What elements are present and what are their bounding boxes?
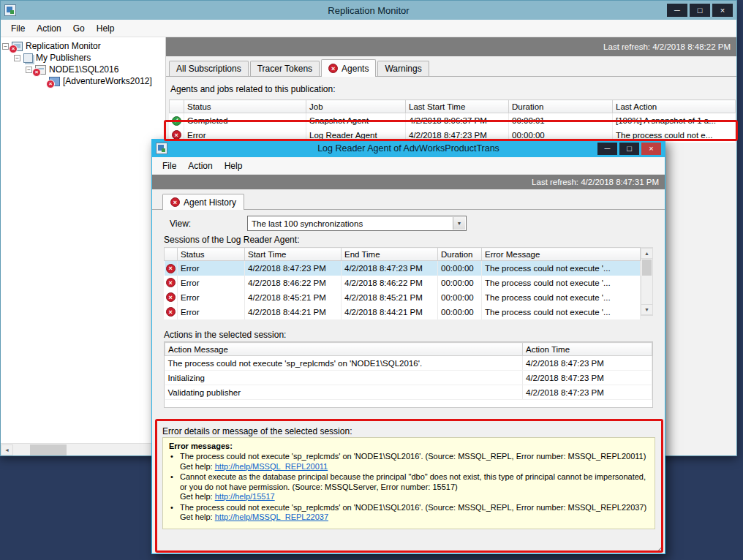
cell-end-time: 4/2/2018 8:44:21 PM bbox=[342, 305, 438, 319]
scrollbar-thumb[interactable] bbox=[642, 260, 652, 276]
actions-label: Actions in the selected session: bbox=[164, 330, 286, 340]
close-icon[interactable]: × bbox=[641, 143, 661, 155]
help-link[interactable]: http://help/15517 bbox=[215, 492, 275, 501]
cell-action-message: The process could not execute 'sp_replcm… bbox=[165, 356, 523, 371]
menu-file[interactable]: File bbox=[156, 158, 182, 174]
session-row[interactable]: × Error 4/2/2018 8:45:21 PM 4/2/2018 8:4… bbox=[165, 290, 641, 305]
session-row[interactable]: × Error 4/2/2018 8:46:22 PM 4/2/2018 8:4… bbox=[165, 276, 641, 290]
main-window-title: Replication Monitor bbox=[328, 5, 409, 16]
resize-grip[interactable] bbox=[654, 542, 663, 552]
agents-col-last-action[interactable]: Last Action bbox=[613, 100, 736, 113]
agents-col-selector[interactable] bbox=[170, 100, 184, 113]
collapse-toggle-icon[interactable]: − bbox=[26, 67, 32, 73]
cell-status: Error bbox=[178, 261, 245, 276]
agent-app-icon bbox=[156, 143, 167, 154]
tree-item-replication-monitor[interactable]: − Replication Monitor bbox=[1, 40, 165, 52]
tree-item-my-publishers[interactable]: − My Publishers bbox=[1, 52, 165, 64]
error-icon: × bbox=[328, 64, 338, 73]
scroll-up-icon[interactable]: ▲ bbox=[641, 248, 653, 259]
menu-action[interactable]: Action bbox=[182, 158, 218, 174]
cell-action-time: 4/2/2018 8:47:23 PM bbox=[523, 385, 652, 400]
get-help-label: Get help: bbox=[180, 492, 213, 501]
maximize-icon[interactable]: □ bbox=[619, 143, 639, 155]
agents-col-duration[interactable]: Duration bbox=[509, 100, 613, 113]
agent-row-snapshot[interactable]: ✓ Completed Snapshot Agent 4/2/2018 8:06… bbox=[170, 113, 736, 128]
error-message-item: • The process could not execute 'sp_repl… bbox=[169, 452, 649, 472]
actions-table-container: Action Message Action Time The process c… bbox=[164, 341, 653, 408]
collapse-toggle-icon[interactable]: − bbox=[14, 55, 20, 61]
sessions-label: Sessions of the Log Reader Agent: bbox=[164, 235, 299, 245]
error-message-text: Cannot execute as the database principal… bbox=[180, 472, 646, 491]
tree-item-adventureworks2012[interactable]: [AdventureWorks2012] bbox=[1, 75, 165, 87]
menu-go[interactable]: Go bbox=[67, 20, 91, 37]
main-menubar: File Action Go Help bbox=[1, 20, 736, 37]
last-refresh-text: Last refresh: 4/2/2018 8:48:22 PM bbox=[603, 42, 731, 51]
view-dropdown-value: The last 100 synchronizations bbox=[252, 219, 363, 228]
minimize-icon[interactable]: ─ bbox=[597, 143, 617, 155]
sessions-col-status[interactable]: Status bbox=[178, 248, 245, 261]
error-message-item: • Cannot execute as the database princip… bbox=[169, 472, 649, 502]
menu-file[interactable]: File bbox=[5, 20, 31, 37]
sessions-col-start-time[interactable]: Start Time bbox=[245, 248, 342, 261]
dialog-titlebar[interactable]: Log Reader Agent of AdvWorksProductTrans… bbox=[152, 140, 665, 157]
tab-label: Agents bbox=[342, 64, 369, 74]
sessions-vertical-scrollbar[interactable]: ▲ ▼ bbox=[641, 247, 653, 316]
tab-warnings[interactable]: Warnings bbox=[377, 61, 429, 76]
scroll-down-icon[interactable]: ▼ bbox=[641, 304, 653, 315]
tree-item-node1-sql2016[interactable]: − NODE1\SQL2016 bbox=[1, 64, 165, 75]
cell-error-message: The process could not execute '... bbox=[482, 290, 641, 305]
status-icon-cell: × bbox=[165, 305, 178, 319]
error-messages-heading: Error messages: bbox=[169, 442, 649, 450]
sessions-col-duration[interactable]: Duration bbox=[438, 248, 482, 261]
action-row[interactable]: Initializing 4/2/2018 8:47:23 PM bbox=[165, 371, 652, 385]
agents-col-job[interactable]: Job bbox=[306, 100, 406, 113]
action-row[interactable]: Validating publisher 4/2/2018 8:47:23 PM bbox=[165, 385, 652, 400]
minimize-icon[interactable]: ─ bbox=[667, 4, 687, 17]
sessions-col-end-time[interactable]: End Time bbox=[342, 248, 438, 261]
agents-col-status[interactable]: Status bbox=[184, 100, 306, 113]
cell-duration: 00:00:00 bbox=[438, 290, 482, 305]
menu-action[interactable]: Action bbox=[31, 20, 67, 37]
tab-agent-history[interactable]: × Agent History bbox=[162, 194, 244, 210]
error-details-panel: Error messages: • The process could not … bbox=[162, 437, 655, 529]
tab-all-subscriptions[interactable]: All Subscriptions bbox=[169, 61, 249, 76]
action-row[interactable]: The process could not execute 'sp_replcm… bbox=[165, 356, 652, 371]
view-dropdown[interactable]: The last 100 synchronizations ▼ bbox=[247, 216, 467, 231]
menu-help[interactable]: Help bbox=[91, 20, 121, 37]
cell-start-time: 4/2/2018 8:46:22 PM bbox=[245, 276, 342, 290]
menu-help[interactable]: Help bbox=[219, 158, 249, 174]
error-message-text: The process could not execute 'sp_replcm… bbox=[180, 503, 646, 512]
collapse-toggle-icon[interactable]: − bbox=[2, 43, 9, 50]
publishers-icon bbox=[23, 53, 33, 63]
tree-horizontal-scrollbar[interactable]: ◄ ► bbox=[1, 443, 165, 455]
sessions-col-error-message[interactable]: Error Message bbox=[482, 248, 641, 261]
chevron-down-icon[interactable]: ▼ bbox=[453, 217, 465, 230]
close-icon[interactable]: × bbox=[712, 4, 733, 17]
bullet-icon: • bbox=[169, 452, 175, 472]
agents-col-last-start-time[interactable]: Last Start Time bbox=[406, 100, 509, 113]
session-row[interactable]: × Error 4/2/2018 8:44:21 PM 4/2/2018 8:4… bbox=[165, 305, 641, 319]
publisher-error-icon bbox=[35, 65, 46, 75]
sessions-col-selector[interactable] bbox=[165, 248, 178, 261]
maximize-icon[interactable]: □ bbox=[690, 4, 710, 17]
scrollbar-thumb[interactable] bbox=[30, 444, 67, 455]
tab-label: Agent History bbox=[184, 197, 236, 208]
agents-table: Status Job Last Start Time Duration Last… bbox=[169, 99, 736, 143]
scroll-left-icon[interactable]: ◄ bbox=[1, 444, 13, 455]
session-row[interactable]: × Error 4/2/2018 8:47:23 PM 4/2/2018 8:4… bbox=[165, 261, 641, 276]
actions-col-message[interactable]: Action Message bbox=[165, 343, 523, 356]
error-icon: × bbox=[166, 264, 176, 273]
get-help-label: Get help: bbox=[180, 512, 213, 521]
help-link[interactable]: http://help/MSSQL_REPL22037 bbox=[215, 512, 328, 521]
log-reader-agent-window: Log Reader Agent of AdvWorksProductTrans… bbox=[151, 139, 665, 554]
view-label: View: bbox=[170, 219, 191, 229]
actions-col-time[interactable]: Action Time bbox=[523, 343, 652, 356]
cell-error-message: The process could not execute '... bbox=[482, 276, 641, 290]
dialog-menubar: File Action Help bbox=[152, 157, 665, 175]
error-details-label: Error details or message of the selected… bbox=[162, 426, 352, 436]
tree-label: My Publishers bbox=[36, 53, 91, 63]
main-titlebar[interactable]: Replication Monitor ─ □ × bbox=[1, 1, 736, 20]
tab-agents[interactable]: × Agents bbox=[321, 59, 376, 77]
tab-tracer-tokens[interactable]: Tracer Tokens bbox=[250, 61, 320, 76]
help-link[interactable]: http://help/MSSQL_REPL20011 bbox=[215, 462, 328, 471]
